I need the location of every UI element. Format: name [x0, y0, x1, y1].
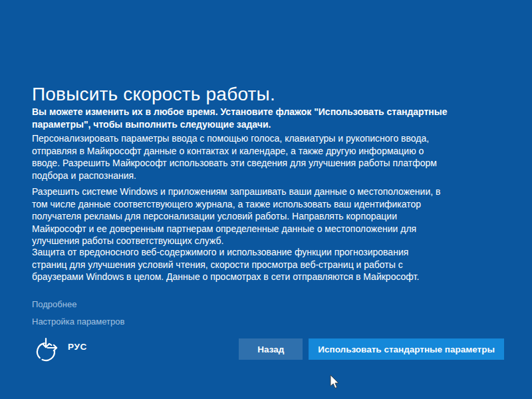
page-title: Повысить скорость работы.	[32, 83, 275, 106]
back-button[interactable]: Назад	[239, 338, 303, 360]
paragraph-personalization: Персонализировать параметры ввода с помо…	[32, 132, 437, 182]
keyboard-layout-indicator[interactable]: РУС	[68, 342, 87, 352]
oobe-express-settings-screen: Повысить скорость работы. Вы можете изме…	[0, 0, 532, 399]
intro-instruction-text: Вы можете изменить их в любое время. Уст…	[32, 106, 448, 130]
ease-of-access-icon[interactable]	[33, 336, 60, 364]
learn-more-link[interactable]: Подробнее	[32, 299, 76, 310]
paragraph-location: Разрешить системе Windows и приложениям …	[32, 186, 440, 247]
footer-button-row: Назад Использовать стандартные параметры	[239, 338, 504, 360]
paragraph-web-protection: Защита от вредоносного веб-содержимого и…	[32, 246, 419, 283]
use-express-settings-button[interactable]: Использовать стандартные параметры	[309, 338, 504, 360]
customize-settings-link[interactable]: Настройка параметров	[32, 316, 124, 327]
mouse-pointer-icon	[330, 374, 340, 390]
